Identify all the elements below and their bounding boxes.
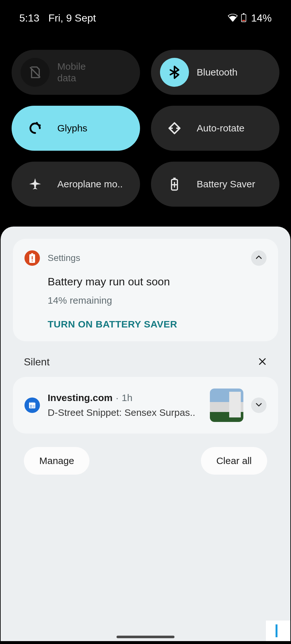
qs-label: Bluetooth bbox=[197, 67, 238, 78]
svg-rect-9 bbox=[31, 253, 33, 254]
qs-label: Auto-rotate bbox=[197, 122, 244, 134]
chevron-down-icon bbox=[255, 400, 263, 410]
qs-tile-bluetooth[interactable]: Bluetooth bbox=[151, 50, 279, 95]
manage-button[interactable]: Manage bbox=[24, 447, 89, 475]
notification-app-name: Settings bbox=[48, 253, 243, 263]
status-right: 14% bbox=[228, 12, 272, 24]
notification-actions: Manage Clear all bbox=[13, 434, 278, 475]
notification-sep: · bbox=[116, 392, 118, 403]
wifi-icon bbox=[228, 14, 238, 23]
notification-time: 1h bbox=[122, 392, 132, 403]
qs-tile-auto-rotate[interactable]: Auto-rotate bbox=[151, 106, 279, 151]
status-left: 5:13 Fri, 9 Sept bbox=[19, 12, 96, 24]
notification-investing[interactable]: Investing.com · 1h D-Street Snippet: Sen… bbox=[13, 377, 278, 434]
svg-rect-1 bbox=[243, 13, 245, 14]
investing-app-icon bbox=[24, 398, 40, 413]
svg-rect-13 bbox=[29, 403, 35, 404]
clear-all-button[interactable]: Clear all bbox=[201, 447, 267, 475]
collapse-button[interactable] bbox=[251, 250, 267, 266]
notification-text: 14% remaining bbox=[48, 295, 267, 306]
qs-tile-mobile-data[interactable]: Mobile data bbox=[12, 50, 140, 95]
qs-tile-glyphs[interactable]: Glyphs bbox=[12, 106, 140, 151]
qs-label: Glyphs bbox=[57, 122, 87, 134]
qs-tile-battery-saver[interactable]: Battery Saver bbox=[151, 162, 279, 207]
settings-battery-app-icon bbox=[24, 250, 40, 266]
clear-silent-button[interactable] bbox=[258, 357, 267, 368]
status-bar: 5:13 Fri, 9 Sept 14% bbox=[1, 1, 290, 34]
svg-rect-2 bbox=[242, 20, 245, 21]
silent-label: Silent bbox=[24, 356, 50, 368]
sim-off-icon bbox=[21, 58, 50, 87]
battery-percent: 14% bbox=[251, 12, 272, 24]
notification-thumbnail bbox=[210, 389, 243, 422]
svg-rect-10 bbox=[32, 256, 33, 260]
notification-title: Battery may run out soon bbox=[48, 275, 267, 288]
notification-body: Battery may run out soon 14% remaining T… bbox=[24, 266, 267, 330]
bluetooth-icon bbox=[160, 58, 189, 87]
svg-rect-7 bbox=[173, 178, 175, 180]
watermark bbox=[266, 621, 290, 641]
clock-time: 5:13 bbox=[19, 12, 39, 24]
notification-panel: Settings Battery may run out soon 14% re… bbox=[1, 227, 290, 641]
notification-battery[interactable]: Settings Battery may run out soon 14% re… bbox=[13, 239, 278, 341]
close-icon bbox=[258, 362, 267, 367]
notification-header: Settings bbox=[24, 250, 267, 266]
airplane-icon bbox=[21, 170, 50, 199]
svg-rect-14 bbox=[33, 405, 35, 408]
notification-app-name: Investing.com bbox=[48, 392, 113, 403]
rotate-icon bbox=[160, 114, 189, 143]
notification-content: Investing.com · 1h D-Street Snippet: Sen… bbox=[48, 392, 202, 418]
quick-settings-panel: Mobile data Bluetooth Glyphs Auto-rotate bbox=[1, 34, 290, 227]
notification-body-text: D-Street Snippet: Sensex Surpas.. bbox=[48, 407, 202, 418]
expand-button[interactable] bbox=[251, 398, 267, 413]
svg-point-5 bbox=[39, 124, 41, 126]
battery-plus-icon bbox=[160, 170, 189, 199]
status-date: Fri, 9 Sept bbox=[48, 12, 96, 24]
qs-label: Mobile data bbox=[57, 61, 86, 84]
quick-settings-grid: Mobile data Bluetooth Glyphs Auto-rotate bbox=[12, 50, 279, 207]
chevron-up-icon bbox=[255, 253, 263, 263]
navigation-bar-handle[interactable] bbox=[117, 636, 174, 638]
svg-point-4 bbox=[36, 122, 38, 124]
svg-rect-11 bbox=[32, 261, 33, 262]
qs-label: Aeroplane mo.. bbox=[57, 178, 123, 190]
qs-tile-aeroplane-mode[interactable]: Aeroplane mo.. bbox=[12, 162, 140, 207]
svg-point-3 bbox=[32, 123, 34, 125]
battery-icon bbox=[241, 13, 247, 23]
turn-on-battery-saver-button[interactable]: TURN ON BATTERY SAVER bbox=[48, 319, 267, 330]
qs-label: Battery Saver bbox=[197, 178, 255, 190]
silent-section-header: Silent bbox=[13, 356, 278, 377]
glyphs-icon bbox=[21, 114, 50, 143]
